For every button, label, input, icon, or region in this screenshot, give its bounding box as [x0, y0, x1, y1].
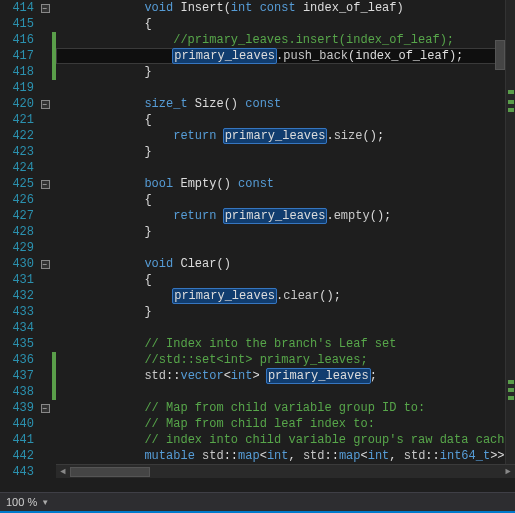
code-line[interactable]: size_t Size() const — [56, 96, 515, 112]
code-line[interactable]: //std::set<int> primary_leaves; — [56, 352, 515, 368]
gutter-row: 437 — [0, 368, 56, 384]
code-line[interactable]: void Insert(int const index_of_leaf) — [56, 0, 515, 16]
token-kw: void — [144, 1, 173, 15]
token: } — [144, 145, 151, 159]
horizontal-scroll-thumb[interactable] — [70, 467, 150, 477]
token-type: map — [238, 449, 260, 463]
gutter-row: 428 — [0, 224, 56, 240]
token: < — [224, 369, 231, 383]
token-comment: // index into child variable group's raw… — [144, 433, 511, 447]
token-func: Clear — [180, 257, 216, 271]
code-line[interactable]: // Index into the branch's Leaf set — [56, 336, 515, 352]
line-number: 439 — [0, 401, 38, 415]
code-line[interactable]: // index into child variable group's raw… — [56, 432, 515, 448]
line-number: 422 — [0, 129, 38, 143]
line-number: 441 — [0, 433, 38, 447]
token: index_of_leaf) — [296, 1, 404, 15]
token-call: size — [334, 129, 363, 143]
gutter-row: 436 — [0, 352, 56, 368]
code-line[interactable]: primary_leaves.clear(); — [56, 288, 515, 304]
line-number: 431 — [0, 273, 38, 287]
overview-mark — [508, 90, 514, 94]
gutter-row: 429 — [0, 240, 56, 256]
token-kw: int — [231, 369, 253, 383]
code-line[interactable]: return primary_leaves.size(); — [56, 128, 515, 144]
fold-toggle-icon[interactable]: − — [41, 100, 50, 109]
code-line[interactable] — [56, 384, 515, 400]
overview-mark — [508, 380, 514, 384]
line-number: 438 — [0, 385, 38, 399]
token-func: Insert — [180, 1, 223, 15]
gutter-row: 419 — [0, 80, 56, 96]
code-line[interactable]: primary_leaves.push_back(index_of_leaf); — [56, 48, 515, 64]
line-number: 426 — [0, 193, 38, 207]
code-line[interactable] — [56, 320, 515, 336]
overview-ruler[interactable] — [505, 0, 515, 478]
scroll-left-arrow-icon[interactable]: ◄ — [56, 465, 70, 479]
code-line[interactable]: { — [56, 272, 515, 288]
code-line[interactable]: bool Empty() const — [56, 176, 515, 192]
fold-toggle-icon[interactable]: − — [41, 180, 50, 189]
token: { — [144, 17, 151, 31]
zoom-level[interactable]: 100 % ▼ — [0, 496, 55, 508]
token-type: int64_t — [440, 449, 490, 463]
vertical-scroll-thumb[interactable] — [495, 40, 505, 70]
code-line[interactable]: } — [56, 224, 515, 240]
token: > — [252, 369, 266, 383]
token — [188, 97, 195, 111]
line-number: 417 — [0, 49, 38, 63]
token-hl: primary_leaves — [266, 368, 371, 384]
code-line[interactable]: { — [56, 192, 515, 208]
gutter-row: 415 — [0, 16, 56, 32]
gutter-row: 423 — [0, 144, 56, 160]
code-line[interactable]: } — [56, 304, 515, 320]
token: :: — [224, 449, 238, 463]
code-line[interactable]: { — [56, 112, 515, 128]
gutter-row: 438 — [0, 384, 56, 400]
horizontal-scroll-track[interactable] — [70, 466, 501, 478]
scroll-right-arrow-icon[interactable]: ► — [501, 465, 515, 479]
gutter-row: 420− — [0, 96, 56, 112]
token: } — [144, 305, 151, 319]
code-line[interactable]: std::vector<int> primary_leaves; — [56, 368, 515, 384]
code-area[interactable]: void Insert(int const index_of_leaf) { /… — [56, 0, 515, 478]
line-number: 425 — [0, 177, 38, 191]
token: () — [224, 97, 246, 111]
token: () — [216, 177, 238, 191]
code-editor[interactable]: 414−415416417418419420−421422423424425−4… — [0, 0, 515, 478]
token: :: — [166, 369, 180, 383]
code-line[interactable]: mutable std::map<int, std::map<int, std:… — [56, 448, 515, 464]
fold-toggle-icon[interactable]: − — [41, 260, 50, 269]
code-line[interactable]: return primary_leaves.empty(); — [56, 208, 515, 224]
gutter-row: 417 — [0, 48, 56, 64]
code-line[interactable] — [56, 80, 515, 96]
fold-toggle-icon[interactable]: − — [41, 4, 50, 13]
line-number: 423 — [0, 145, 38, 159]
fold-toggle-icon[interactable]: − — [41, 404, 50, 413]
code-line[interactable]: // Map from child variable group ID to: — [56, 400, 515, 416]
code-line[interactable]: // Map from child leaf index to: — [56, 416, 515, 432]
token-ns: std — [144, 369, 166, 383]
gutter-row: 430− — [0, 256, 56, 272]
line-number: 443 — [0, 465, 38, 479]
gutter-row: 418 — [0, 64, 56, 80]
token-kw: const — [245, 97, 281, 111]
code-line[interactable] — [56, 240, 515, 256]
code-line[interactable]: } — [56, 144, 515, 160]
code-line[interactable]: { — [56, 16, 515, 32]
gutter-row: 434 — [0, 320, 56, 336]
token: } — [144, 65, 151, 79]
code-line[interactable]: void Clear() — [56, 256, 515, 272]
line-number: 420 — [0, 97, 38, 111]
line-number: 437 — [0, 369, 38, 383]
horizontal-scrollbar[interactable]: ◄ ► — [56, 464, 515, 478]
code-line[interactable]: //primary_leaves.insert(index_of_leaf); — [56, 32, 515, 48]
line-number: 419 — [0, 81, 38, 95]
line-number: 434 — [0, 321, 38, 335]
code-line[interactable]: } — [56, 64, 515, 80]
token-type: vector — [180, 369, 223, 383]
overview-mark — [508, 396, 514, 400]
code-line[interactable] — [56, 160, 515, 176]
gutter-row: 414− — [0, 0, 56, 16]
overview-mark — [508, 388, 514, 392]
